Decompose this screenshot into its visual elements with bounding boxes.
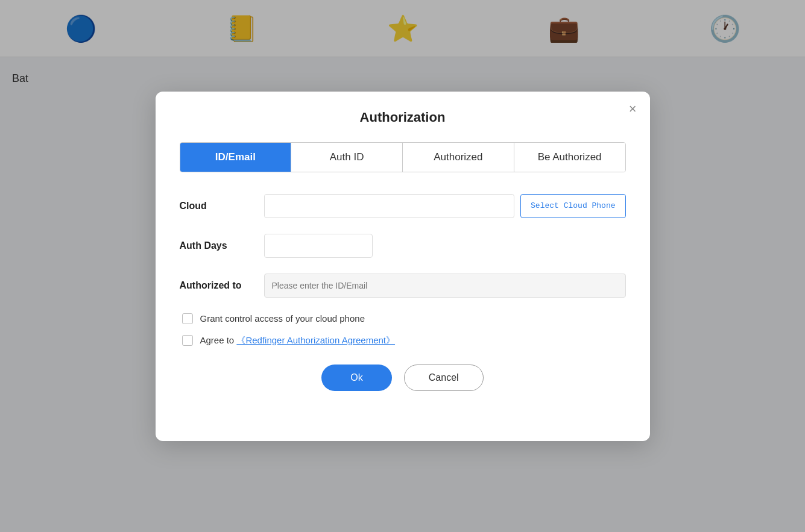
- modal-title: Authorization: [180, 110, 626, 125]
- tab-be-authorized[interactable]: Be Authorized: [514, 143, 625, 172]
- authorized-to-label: Authorized to: [180, 280, 264, 291]
- authorization-modal: × Authorization ID/Email Auth ID Authori…: [156, 92, 650, 441]
- agree-checkbox[interactable]: [182, 335, 193, 346]
- modal-overlay: × Authorization ID/Email Auth ID Authori…: [0, 0, 805, 532]
- cloud-row: Cloud Select Cloud Phone: [180, 194, 626, 218]
- auth-days-row: Auth Days: [180, 234, 626, 258]
- close-button[interactable]: ×: [629, 102, 637, 116]
- button-row: Ok Cancel: [180, 365, 626, 391]
- agreement-link[interactable]: 《Redfinger Authorization Agreement》: [236, 335, 395, 345]
- cloud-label: Cloud: [180, 201, 264, 211]
- agree-to-label: Agree to 《Redfinger Authorization Agreem…: [200, 335, 396, 346]
- select-cloud-phone-button[interactable]: Select Cloud Phone: [520, 194, 625, 218]
- cloud-input[interactable]: [264, 194, 515, 218]
- auth-days-input[interactable]: [264, 234, 373, 258]
- ok-button[interactable]: Ok: [321, 365, 391, 391]
- tab-id-email[interactable]: ID/Email: [180, 143, 292, 172]
- form-body: Cloud Select Cloud Phone Auth Days Autho…: [180, 194, 626, 346]
- grant-control-row: Grant control access of your cloud phone: [182, 313, 626, 324]
- agree-row: Agree to 《Redfinger Authorization Agreem…: [182, 335, 626, 346]
- grant-control-checkbox[interactable]: [182, 313, 193, 324]
- cancel-button[interactable]: Cancel: [404, 365, 484, 391]
- tab-authorized[interactable]: Authorized: [403, 143, 514, 172]
- tab-bar: ID/Email Auth ID Authorized Be Authorize…: [180, 142, 626, 172]
- authorized-to-input[interactable]: [264, 274, 626, 298]
- authorized-to-row: Authorized to: [180, 274, 626, 298]
- tab-auth-id[interactable]: Auth ID: [291, 143, 403, 172]
- grant-control-label: Grant control access of your cloud phone: [200, 313, 365, 324]
- auth-days-label: Auth Days: [180, 240, 264, 251]
